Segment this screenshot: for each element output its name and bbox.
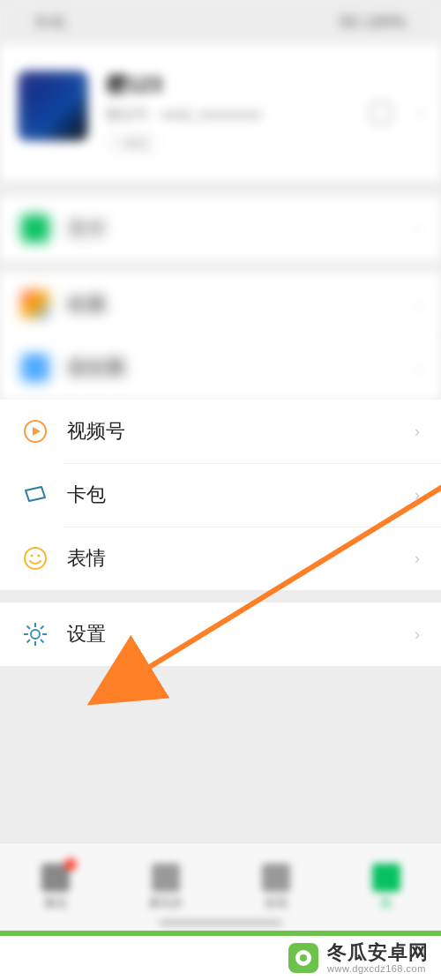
status-right: 5G 100% (340, 13, 406, 32)
section-pay: 支付 › (0, 197, 441, 260)
watermark-text: 冬瓜安卓网 www.dgxcdz168.com (327, 942, 429, 974)
me-icon (372, 864, 400, 892)
chevron-right-icon: › (415, 423, 420, 441)
chevron-right-icon: › (415, 295, 420, 314)
wechat-me-screen: 9:41 5G 100% 樱123 微信号：wxid_xxxxxxxxx + 状… (0, 0, 441, 980)
stickers-icon (21, 544, 49, 572)
nav-me[interactable]: 我 (331, 843, 441, 931)
contacts-icon (152, 864, 180, 892)
watermark-logo-icon (288, 943, 318, 973)
nav-label: 我 (380, 895, 392, 911)
chevron-right-icon: › (415, 486, 420, 505)
home-indicator (159, 920, 282, 925)
row-moments[interactable]: 朋友圈 › (0, 336, 441, 400)
row-cards[interactable]: 卡包 › (0, 463, 441, 527)
channels-icon (21, 417, 49, 445)
watermark-name: 冬瓜安卓网 (327, 942, 429, 963)
qr-icon[interactable] (370, 102, 392, 123)
svg-point-4 (37, 554, 40, 557)
svg-point-3 (30, 554, 33, 557)
gear-icon (21, 620, 49, 648)
svg-marker-1 (33, 427, 41, 436)
row-favorites[interactable]: 收藏 › (0, 273, 441, 336)
chevron-right-icon: › (415, 625, 420, 644)
svg-line-13 (41, 626, 44, 630)
section-list-blurred: 收藏 › 朋友圈 › (0, 273, 441, 400)
row-label: 卡包 (67, 482, 415, 508)
pay-icon (21, 214, 49, 243)
watermark-bar: 冬瓜安卓网 www.dgxcdz168.com (0, 931, 441, 980)
profile-wxid: 微信号：wxid_xxxxxxxxx (106, 106, 353, 124)
svg-point-5 (31, 630, 40, 639)
avatar[interactable] (18, 71, 88, 141)
nav-discover[interactable]: 发现 (220, 843, 331, 931)
nav-chat[interactable]: 微信 (0, 843, 110, 931)
bottom-nav: 微信 通讯录 发现 我 (0, 842, 441, 931)
status-time: 9:41 (35, 13, 66, 32)
row-stickers[interactable]: 表情 › (0, 527, 441, 590)
section-settings: 设置 › (0, 602, 441, 666)
chevron-right-icon: › (418, 103, 423, 122)
profile-name: 樱123 (106, 71, 353, 99)
chevron-right-icon: › (415, 359, 420, 378)
row-pay[interactable]: 支付 › (0, 197, 441, 260)
row-label: 视频号 (67, 418, 415, 445)
chevron-right-icon: › (415, 220, 420, 238)
nav-label: 通讯录 (148, 895, 183, 911)
svg-line-11 (41, 640, 44, 643)
svg-line-10 (27, 626, 31, 630)
row-label: 朋友圈 (67, 355, 415, 381)
chat-icon (41, 864, 70, 892)
svg-point-2 (25, 548, 46, 569)
svg-line-12 (27, 640, 31, 643)
status-bar: 9:41 5G 100% (0, 0, 441, 44)
row-label: 表情 (67, 545, 415, 572)
favorites-icon (21, 290, 49, 318)
discover-icon (262, 864, 290, 892)
nav-label: 发现 (265, 895, 288, 911)
profile-info: 樱123 微信号：wxid_xxxxxxxxx + 状态 (106, 71, 353, 154)
cards-icon (21, 481, 49, 509)
status-tag[interactable]: + 状态 (106, 133, 157, 154)
section-list-sharp: 视频号 › 卡包 › 表情 › (0, 400, 441, 590)
chevron-right-icon: › (415, 550, 420, 568)
profile-card[interactable]: 樱123 微信号：wxid_xxxxxxxxx + 状态 › (0, 44, 441, 181)
row-label: 支付 (67, 215, 415, 242)
nav-label: 微信 (44, 895, 67, 911)
row-channels[interactable]: 视频号 › (0, 400, 441, 463)
watermark-url: www.dgxcdz168.com (327, 963, 429, 974)
row-settings[interactable]: 设置 › (0, 602, 441, 666)
row-label: 设置 (67, 621, 415, 647)
moments-icon (21, 354, 49, 382)
row-label: 收藏 (67, 291, 415, 318)
blurred-top-region: 9:41 5G 100% 樱123 微信号：wxid_xxxxxxxxx + 状… (0, 0, 441, 400)
nav-contacts[interactable]: 通讯录 (110, 843, 220, 931)
